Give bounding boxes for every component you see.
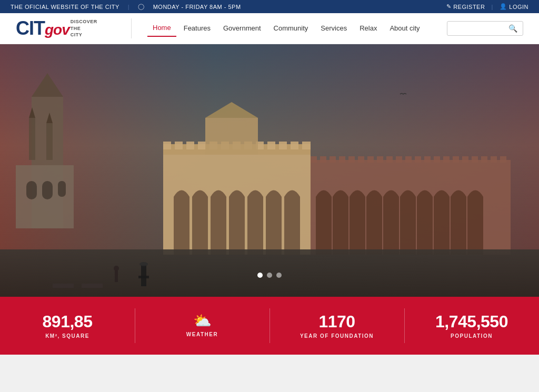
stat-square: 891,85 KM², SQUARE [0,297,135,355]
stat-population: 1,745,550 POPULATION [404,297,539,355]
logo-subtitle: DISCOVER THE CITY [71,18,97,38]
logo-gov: gov [45,22,69,38]
main-nav: Home Features Government Community Servi… [147,19,436,37]
divider: | [491,4,493,10]
search-box[interactable]: 🔍 [447,21,523,36]
search-input[interactable] [453,24,505,32]
stat-population-label: POPULATION [451,333,493,339]
stat-population-number: 1,745,550 [435,313,508,331]
login-link[interactable]: 👤 LOGIN [500,3,528,10]
stat-square-label: KM², SQUARE [45,333,89,339]
stats-bar: 891,85 KM², SQUARE ⛅ WEATHER 1170 YEAR O… [0,297,539,355]
logo-area: CITgov DISCOVER THE CITY [16,18,132,38]
hero-dot-2[interactable] [267,273,272,278]
hero-section [0,44,539,297]
logo-text: CITgov [16,19,69,38]
login-label: LOGIN [509,4,528,10]
hero-dot-1[interactable] [257,273,263,278]
clock-icon: ◯ [138,3,145,10]
register-label: REGISTER [453,4,485,10]
official-website-label: THE OFICIAL WEBSITE OF THE CITY [11,4,119,10]
hero-dots [257,273,282,278]
nav-features[interactable]: Features [178,20,216,36]
top-bar-right: ✎ REGISTER | 👤 LOGIN [446,3,528,10]
nav-about-city[interactable]: About city [384,20,425,36]
user-icon: 👤 [500,3,507,10]
stat-foundation: 1170 YEAR OF FOUNDATION [270,297,404,355]
hero-dot-3[interactable] [276,273,282,278]
top-bar-left: THE OFICIAL WEBSITE OF THE CITY | ◯ MOND… [11,3,241,10]
footer-area [0,355,539,386]
hours-label: MONDAY - FRIDAY 8AM - 5PM [153,4,241,10]
search-icon[interactable]: 🔍 [508,24,517,33]
pen-icon: ✎ [446,3,452,10]
hero-content [0,44,539,297]
nav-community[interactable]: Community [268,20,314,36]
nav-home[interactable]: Home [147,19,176,37]
logo[interactable]: CITgov DISCOVER THE CITY [16,18,97,38]
stat-foundation-label: YEAR OF FOUNDATION [300,333,374,339]
top-bar: THE OFICIAL WEBSITE OF THE CITY | ◯ MOND… [0,0,539,13]
stat-foundation-number: 1170 [318,313,355,331]
nav-services[interactable]: Services [315,20,352,36]
register-link[interactable]: ✎ REGISTER [446,3,485,10]
nav-government[interactable]: Government [218,20,266,36]
divider: | [128,4,129,10]
stat-square-number: 891,85 [43,313,93,331]
header: CITgov DISCOVER THE CITY Home Features G… [0,13,539,44]
weather-icon: ⛅ [193,314,212,328]
stat-weather: ⛅ WEATHER [135,297,270,355]
nav-relax[interactable]: Relax [354,20,382,36]
stat-weather-label: WEATHER [186,331,218,337]
